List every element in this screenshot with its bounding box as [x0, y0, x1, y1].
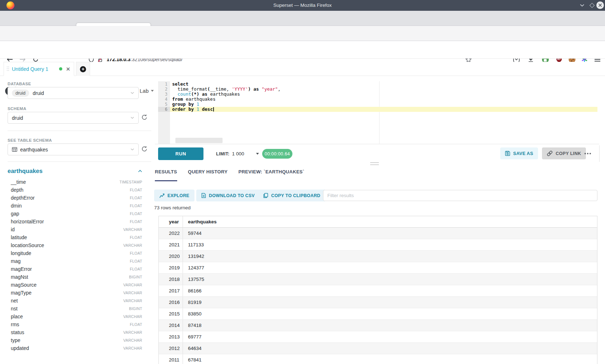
- copy-link-button[interactable]: COPY LINK: [542, 147, 586, 159]
- results-column-header[interactable]: year: [159, 216, 183, 227]
- limit-label: LIMIT:: [216, 151, 229, 156]
- column-type: VARCHAR: [123, 227, 142, 232]
- earthquakes-cell: 83850: [183, 308, 597, 319]
- limit-dropdown[interactable]: LIMIT: 1 000: [216, 147, 259, 160]
- column-type: FLOAT: [130, 259, 142, 263]
- results-tab-preview[interactable]: PREVIEW: `EARTHQUAKES`: [238, 169, 304, 181]
- results-tab-query-history[interactable]: QUERY HISTORY: [188, 169, 228, 181]
- column-row: idVARCHAR: [8, 226, 142, 233]
- explore-button[interactable]: EXPLORE: [154, 190, 194, 201]
- sql-editor[interactable]: 123456 select time_format(__time, 'YYYY'…: [158, 81, 597, 144]
- query-tab-close-icon[interactable]: ✕: [66, 66, 70, 72]
- column-row: rmsFLOAT: [8, 320, 142, 328]
- window-close-icon[interactable]: [596, 1, 604, 9]
- results-tab-results[interactable]: RESULTS: [155, 169, 177, 181]
- save-as-button[interactable]: SAVE AS: [500, 147, 538, 159]
- download-csv-button[interactable]: DOWNLOAD TO CSV: [196, 190, 260, 201]
- refresh-schema-icon[interactable]: [141, 114, 148, 121]
- column-row: nstBIGINT: [8, 305, 142, 313]
- table-row: 2021117133: [159, 239, 597, 251]
- chevron-down-icon: [130, 117, 134, 119]
- editor-code[interactable]: select time_format(__time, 'YYYY') as "y…: [170, 81, 597, 112]
- column-list: __timeTIMESTAMPdepthFLOATdepthErrorFLOAT…: [8, 178, 142, 352]
- divider: [155, 144, 599, 144]
- year-cell: 2018: [159, 274, 183, 285]
- column-type: VARCHAR: [123, 299, 142, 303]
- year-cell: 2012: [159, 343, 183, 354]
- filter-results-input[interactable]: [323, 190, 597, 201]
- column-type: BIGINT: [129, 306, 142, 311]
- earthquakes-cell: 81919: [183, 297, 597, 308]
- earthquakes-cell: 137575: [183, 274, 597, 285]
- collapse-chevron-icon[interactable]: [138, 170, 142, 173]
- refresh-table-icon[interactable]: [141, 146, 148, 153]
- code-line: time_format(__time, 'YYYY') as "year",: [170, 87, 597, 92]
- column-type: VARCHAR: [123, 291, 142, 295]
- earthquakes-cell: 124377: [183, 262, 597, 273]
- pane-splitter-handle[interactable]: [370, 162, 379, 165]
- earthquakes-cell: 69777: [183, 331, 597, 342]
- table-row: 2019124377: [159, 262, 597, 274]
- table-schema-section-header: earthquakes: [8, 168, 142, 174]
- column-row: __timeTIMESTAMP: [8, 178, 142, 186]
- divider: [8, 161, 151, 162]
- year-cell: 2014: [159, 320, 183, 331]
- column-name: depth: [8, 187, 130, 193]
- query-timer-badge: 00:00:00.64: [262, 149, 292, 159]
- column-row: depthErrorFLOAT: [8, 194, 142, 202]
- chevron-down-icon: [130, 148, 134, 151]
- column-type: FLOAT: [130, 188, 142, 192]
- window-maximize-icon[interactable]: [588, 2, 596, 9]
- column-type: FLOAT: [130, 267, 142, 271]
- column-name: magSource: [8, 282, 123, 288]
- column-type: FLOAT: [130, 322, 142, 327]
- save-icon: [505, 151, 510, 156]
- run-button[interactable]: RUN: [158, 147, 203, 160]
- drag-handle-icon[interactable]: [7, 67, 9, 72]
- table-row: 201583850: [159, 308, 597, 320]
- column-row: magSourceVARCHAR: [8, 281, 142, 289]
- column-row: statusVARCHAR: [8, 328, 142, 336]
- schema-label: SCHEMA: [8, 106, 26, 111]
- more-options-icon[interactable]: [582, 150, 593, 157]
- table-select[interactable]: earthquakes: [8, 144, 139, 155]
- code-line: order by 1 desc: [170, 107, 597, 112]
- column-type: BIGINT: [129, 275, 142, 279]
- column-type: FLOAT: [130, 196, 142, 200]
- column-name: magError: [8, 266, 130, 272]
- code-line: group by 1: [170, 102, 597, 107]
- table-row: 201487418: [159, 320, 597, 331]
- column-row: depthFLOAT: [8, 186, 142, 194]
- column-row: placeVARCHAR: [8, 313, 142, 320]
- column-type: VARCHAR: [123, 283, 142, 287]
- editor-hscrollbar[interactable]: [175, 138, 223, 143]
- year-cell: 2019: [159, 262, 183, 273]
- column-name: type: [8, 337, 123, 343]
- year-cell: 2020: [159, 251, 183, 262]
- column-name: magNst: [8, 274, 129, 280]
- column-type: FLOAT: [130, 251, 142, 255]
- add-query-tab-button[interactable]: +: [76, 62, 90, 76]
- database-select[interactable]: druid druid: [8, 87, 139, 99]
- column-type: VARCHAR: [123, 243, 142, 247]
- window-minimize-icon[interactable]: [578, 2, 586, 9]
- year-cell: 2011: [159, 354, 183, 364]
- schema-select[interactable]: druid: [8, 112, 139, 124]
- table-row: 201786166: [159, 285, 597, 297]
- column-row: netVARCHAR: [8, 297, 142, 305]
- table-row: 201264634: [159, 343, 597, 354]
- column-type: FLOAT: [130, 235, 142, 240]
- window-titlebar: Superset — Mozilla Firefox: [0, 0, 605, 11]
- copy-to-clipboard-button[interactable]: COPY TO CLIPBOARD: [258, 190, 326, 201]
- superset-navbar: Superset DashboardsChartsSQL LabData + S…: [0, 41, 605, 59]
- results-column-header[interactable]: earthquakes: [183, 216, 597, 227]
- database-label: DATABASE: [8, 82, 31, 86]
- earthquakes-cell: 131942: [183, 251, 597, 262]
- column-row: updatedVARCHAR: [8, 344, 142, 352]
- column-type: VARCHAR: [123, 330, 142, 335]
- results-body: 2022597442021117133202013194220191243772…: [159, 228, 597, 364]
- query-tab[interactable]: Untitled Query 1 ✕: [4, 62, 74, 76]
- column-row: dminFLOAT: [8, 202, 142, 210]
- results-table: yearearthquakes 202259744202111713320201…: [158, 216, 597, 364]
- column-type: VARCHAR: [123, 314, 142, 319]
